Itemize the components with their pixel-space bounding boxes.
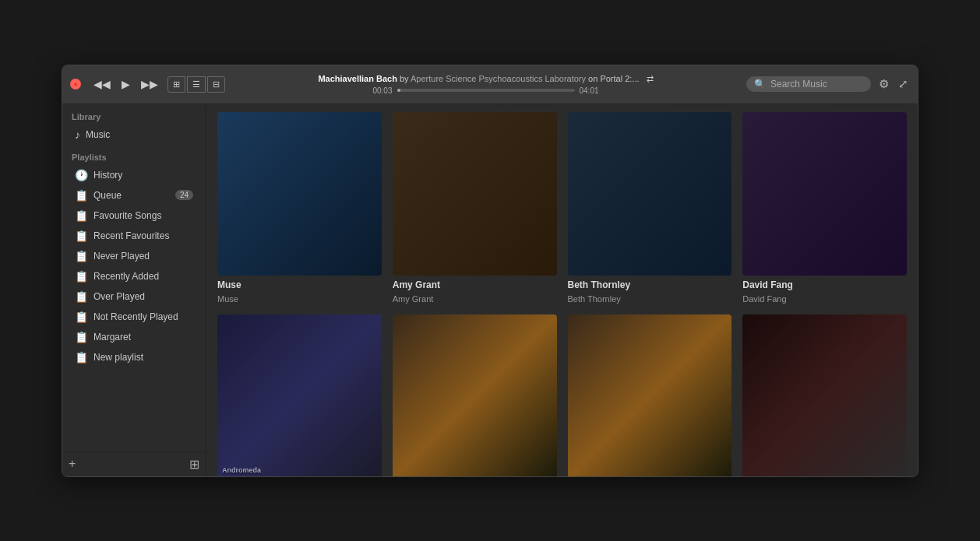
- album-card-row1-col3[interactable]: Beth ThornleyBeth Thornley: [568, 112, 732, 304]
- track-title: Machiavellian Bach: [318, 74, 397, 83]
- album-title-row1-col3: Beth Thornley: [568, 279, 732, 290]
- album-card-row1-col4[interactable]: David FangDavid Fang: [742, 112, 907, 304]
- sidebar-item-margaret[interactable]: 📋Margaret: [65, 327, 203, 347]
- sidebar-item-label-never-played: Never Played: [93, 251, 150, 262]
- on-label: on: [588, 74, 598, 83]
- album-title-row1-col4: David Fang: [742, 279, 907, 290]
- album-card-row1-col1[interactable]: MuseMuse: [217, 112, 382, 304]
- time-total: 04:01: [580, 86, 603, 95]
- sidebar-item-label-margaret: Margaret: [93, 332, 131, 343]
- search-icon: 🔍: [754, 79, 766, 90]
- sidebar-item-history[interactable]: 🕐History: [65, 165, 203, 185]
- next-button[interactable]: ▶▶: [138, 76, 161, 92]
- sidebar-item-new-playlist[interactable]: 📋New playlist: [65, 347, 203, 367]
- sidebar-item-over-played[interactable]: 📋Over Played: [65, 286, 203, 307]
- sidebar-item-label-not-recently-played: Not Recently Played: [93, 311, 178, 322]
- expand-button[interactable]: ⤢: [897, 76, 910, 93]
- new-playlist-icon: 📋: [75, 351, 88, 364]
- album-art-row2-col4: [742, 314, 907, 476]
- top-bar: × ◀◀ ▶ ▶▶ ⊞ ☰ ⊟ Machiavellian Bach by Ap…: [62, 65, 918, 104]
- view-controls: ⊞ ☰ ⊟: [167, 76, 225, 93]
- sidebar-item-never-played[interactable]: 📋Never Played: [65, 246, 203, 266]
- album-artist-row1-col1: Muse: [217, 294, 382, 304]
- prev-button[interactable]: ◀◀: [90, 76, 114, 92]
- add-playlist-button[interactable]: +: [69, 457, 76, 471]
- progress-track[interactable]: [397, 89, 575, 92]
- album-card-row2-col4[interactable]: April RainDelain: [742, 314, 907, 476]
- margaret-icon: 📋: [75, 331, 88, 343]
- gear-button[interactable]: ⚙: [877, 76, 890, 93]
- sidebar-item-music[interactable]: ♪ Music: [65, 125, 203, 145]
- album-art-row1-col3: [568, 112, 732, 276]
- album-artist-row1-col4: David Fang: [742, 294, 907, 304]
- never-played-icon: 📋: [75, 250, 88, 262]
- shuffle-icon[interactable]: ⇄: [647, 74, 654, 83]
- album-card-row2-col3[interactable]: Another Realm - Dis...Iona: [568, 314, 732, 476]
- recent-favourites-icon: 📋: [75, 230, 88, 242]
- sidebar-item-recently-added[interactable]: 📋Recently Added: [65, 266, 203, 286]
- track-artist: Aperture Science Psychoacoustics Laborat…: [411, 74, 586, 83]
- close-button[interactable]: ×: [70, 79, 81, 90]
- sidebar-item-favourite-songs[interactable]: 📋Favourite Songs: [65, 206, 203, 226]
- by-label: by: [400, 74, 409, 83]
- album-grid: MuseMuseAmy GrantAmy GrantBeth ThornleyB…: [217, 112, 907, 476]
- progress-fill: [397, 89, 401, 92]
- track-info: Machiavellian Bach by Aperture Science P…: [318, 74, 653, 84]
- album-art-row2-col3: [568, 314, 732, 476]
- grid-view-button[interactable]: ⊞: [167, 76, 185, 93]
- album-card-row2-col2[interactable]: Another Realm - Dis...Iona: [393, 314, 557, 476]
- app-window: × ◀◀ ▶ ▶▶ ⊞ ☰ ⊟ Machiavellian Bach by Ap…: [62, 65, 918, 477]
- search-box: 🔍: [746, 76, 871, 92]
- not-recently-played-icon: 📋: [75, 311, 88, 323]
- search-area: 🔍 ⚙ ⤢: [746, 76, 910, 93]
- sidebar: Library ♪ Music Playlists 🕐History📋Queue…: [62, 104, 206, 476]
- time-current: 00:03: [369, 86, 393, 95]
- favourite-songs-icon: 📋: [75, 209, 88, 222]
- recently-added-icon: 📋: [75, 270, 88, 283]
- album-art-row1-col1: [217, 112, 382, 276]
- now-playing-area: Machiavellian Bach by Aperture Science P…: [231, 74, 740, 95]
- sidebar-footer: + ⊞: [62, 451, 206, 476]
- album-art-row2-col2: [393, 314, 557, 476]
- album-artist-row1-col2: Amy Grant: [393, 294, 557, 304]
- main-area: Library ♪ Music Playlists 🕐History📋Queue…: [62, 104, 918, 476]
- transport-controls: ◀◀ ▶ ▶▶: [90, 76, 161, 92]
- progress-bar-area: 00:03 04:01: [369, 86, 603, 95]
- playlists-label: Playlists: [62, 145, 206, 165]
- search-input[interactable]: [770, 79, 863, 90]
- play-button[interactable]: ▶: [118, 76, 133, 92]
- sidebar-item-label-favourite-songs: Favourite Songs: [93, 210, 161, 221]
- history-icon: 🕐: [75, 169, 88, 181]
- album-title-row1-col2: Amy Grant: [393, 279, 557, 290]
- sidebar-item-not-recently-played[interactable]: 📋Not Recently Played: [65, 307, 203, 327]
- album-card-row1-col2[interactable]: Amy GrantAmy Grant: [393, 112, 557, 304]
- sidebar-item-recent-favourites[interactable]: 📋Recent Favourites: [65, 226, 203, 246]
- album-title-row1-col1: Muse: [217, 279, 382, 290]
- album-art-row2-col1: Andromeda: [217, 314, 382, 476]
- sidebar-items-container: 🕐History📋Queue24📋Favourite Songs📋Recent …: [62, 165, 206, 367]
- album-card-row2-col1[interactable]: AndromedaAndromeda: The M...David Fang: [217, 314, 382, 476]
- over-played-icon: 📋: [75, 290, 88, 303]
- album-art-row1-col4: [742, 112, 907, 276]
- track-album: Portal 2:...: [600, 74, 639, 83]
- sidebar-item-label-recently-added: Recently Added: [93, 271, 159, 282]
- sidebar-item-label-history: History: [93, 170, 122, 181]
- sidebar-badge-queue: 24: [175, 190, 193, 200]
- column-view-button[interactable]: ⊟: [207, 76, 225, 93]
- album-art-row1-col2: [393, 112, 557, 276]
- sidebar-settings-button[interactable]: ⊞: [189, 457, 199, 472]
- content-area: MuseMuseAmy GrantAmy GrantBeth ThornleyB…: [206, 104, 918, 476]
- sidebar-item-label-over-played: Over Played: [93, 291, 145, 302]
- library-label: Library: [62, 104, 206, 125]
- sidebar-music-label: Music: [86, 129, 110, 140]
- sidebar-item-label-recent-favourites: Recent Favourites: [93, 230, 169, 241]
- queue-icon: 📋: [75, 189, 88, 202]
- list-view-button[interactable]: ☰: [187, 76, 206, 93]
- music-icon: ♪: [75, 128, 80, 141]
- sidebar-item-label-new-playlist: New playlist: [93, 352, 143, 363]
- sidebar-item-label-queue: Queue: [93, 190, 122, 201]
- album-artist-row1-col3: Beth Thornley: [568, 294, 732, 304]
- sidebar-item-queue[interactable]: 📋Queue24: [65, 185, 203, 206]
